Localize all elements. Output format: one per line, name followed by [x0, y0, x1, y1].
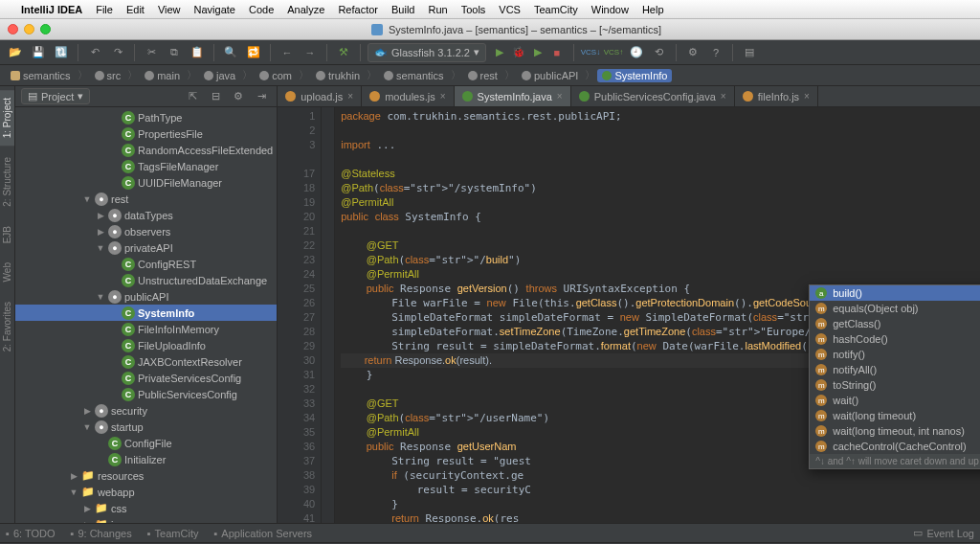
left-tab-web[interactable]: Web — [0, 255, 14, 289]
vcs-revert-button[interactable]: ⟲ — [650, 43, 669, 62]
open-button[interactable]: 📂 — [6, 43, 25, 62]
editor-tab-upload-js[interactable]: upload.js× — [278, 86, 362, 107]
run-button[interactable]: ▶ — [490, 43, 509, 62]
menu-build[interactable]: Build — [391, 4, 414, 15]
coverage-button[interactable]: ▶ — [528, 43, 547, 62]
editor-tab-fileinfo-js[interactable]: fileInfo.js× — [735, 86, 818, 107]
tree-node-security[interactable]: ▶●security — [15, 402, 277, 419]
completion-item-notifyall--[interactable]: mnotifyAll()void — [810, 362, 980, 377]
debug-button[interactable]: 🐞 — [509, 43, 528, 62]
editor-tab-systeminfo-java[interactable]: SystemInfo.java× — [455, 86, 571, 107]
breadcrumb-main[interactable]: main — [140, 69, 185, 82]
collapse-all-button[interactable]: ⊟ — [206, 87, 225, 106]
left-tab-2--favorites[interactable]: 2: Favorites — [0, 294, 14, 359]
menu-appname[interactable]: IntelliJ IDEA — [21, 4, 82, 15]
event-log-tab[interactable]: ▭Event Log — [913, 527, 974, 539]
forward-button[interactable]: → — [301, 43, 320, 62]
tree-node-css[interactable]: ▶css — [15, 500, 277, 516]
breadcrumb-src[interactable]: src — [90, 69, 126, 82]
menu-tools[interactable]: Tools — [461, 4, 486, 15]
tree-node-jaxbcontextresolver[interactable]: CJAXBContextResolver — [15, 353, 277, 370]
help-button[interactable]: ? — [706, 43, 725, 62]
close-tab-icon[interactable]: × — [440, 91, 446, 102]
tree-node-resources[interactable]: ▶resources — [15, 467, 277, 484]
code-completion-popup[interactable]: abuild()Responsemequals(Object obj)boole… — [809, 284, 980, 469]
menu-view[interactable]: View — [158, 4, 181, 15]
tree-node-datatypes[interactable]: ▶●dataTypes — [15, 207, 277, 223]
tree-node-fileuploadinfo[interactable]: CFileUploadInfo — [15, 337, 277, 353]
close-tab-icon[interactable]: × — [557, 91, 563, 102]
breadcrumb-publicapi[interactable]: publicAPI — [517, 69, 583, 82]
tree-node-img[interactable]: ▶img — [15, 516, 277, 523]
vcs-update-button[interactable]: VCS↓ — [581, 43, 600, 62]
left-tab-ejb[interactable]: EJB — [0, 218, 14, 251]
bottom-tab-teamcity[interactable]: ▪TeamCity — [147, 528, 199, 539]
completion-item-wait-long-timeout--int-nanos-[interactable]: mwait(long timeout, int nanos)void — [810, 423, 980, 439]
fold-column[interactable] — [322, 107, 335, 523]
menu-analyze[interactable]: Analyze — [287, 4, 324, 15]
menu-window[interactable]: Window — [591, 4, 629, 15]
menu-refactor[interactable]: Refactor — [338, 4, 378, 15]
tree-node-tagsfilemanager[interactable]: CTagsFileManager — [15, 158, 277, 174]
completion-item-equals-object-obj-[interactable]: mequals(Object obj)boolean — [810, 301, 980, 316]
breadcrumb-com[interactable]: com — [255, 69, 297, 82]
menu-teamcity[interactable]: TeamCity — [534, 4, 578, 15]
copy-button[interactable]: ⧉ — [165, 43, 184, 62]
tree-node-uuidfilemanager[interactable]: CUUIDFileManager — [15, 174, 277, 191]
find-button[interactable]: 🔍 — [221, 43, 240, 62]
menu-vcs[interactable]: VCS — [499, 4, 521, 15]
run-config-selector[interactable]: 🐟 Glassfish 3.1.2.2 ▾ — [368, 43, 486, 62]
redo-button[interactable]: ↷ — [108, 43, 127, 62]
close-tab-icon[interactable]: × — [347, 91, 353, 102]
tree-node-webapp[interactable]: ▼webapp — [15, 484, 277, 500]
menu-run[interactable]: Run — [428, 4, 447, 15]
build-button[interactable]: ⚒ — [334, 43, 353, 62]
close-tab-icon[interactable]: × — [721, 91, 726, 102]
minimize-window-button[interactable] — [24, 24, 34, 34]
left-tab-2--structure[interactable]: 2: Structure — [0, 149, 14, 215]
breadcrumb-semantics[interactable]: semantics — [379, 69, 449, 82]
replace-button[interactable]: 🔁 — [244, 43, 263, 62]
completion-item-notify--[interactable]: mnotify()void — [810, 347, 980, 362]
breadcrumb-trukhin[interactable]: trukhin — [311, 69, 365, 82]
tree-node-publicservicesconfig[interactable]: CPublicServicesConfig — [15, 386, 277, 402]
cut-button[interactable]: ✂ — [142, 43, 161, 62]
zoom-window-button[interactable] — [40, 24, 51, 34]
project-view-selector[interactable]: ▤Project▾ — [21, 88, 90, 104]
left-tab-1--project[interactable]: 1: Project — [0, 90, 14, 146]
menu-file[interactable]: File — [96, 4, 113, 15]
tree-node-configfile[interactable]: CConfigFile — [15, 435, 277, 451]
vcs-commit-button[interactable]: VCS↑ — [604, 43, 623, 62]
vcs-history-button[interactable]: 🕘 — [627, 43, 646, 62]
undo-button[interactable]: ↶ — [85, 43, 104, 62]
editor-tab-publicservicesconfig-java[interactable]: PublicServicesConfig.java× — [571, 86, 735, 107]
tree-node-privateservicesconfig[interactable]: CPrivateServicesConfig — [15, 370, 277, 386]
tree-node-unstructureddataexchange[interactable]: CUnstructuredDataExchange — [15, 272, 277, 288]
settings-icon[interactable]: ⚙ — [229, 87, 248, 106]
scroll-to-source-button[interactable]: ⇱ — [183, 87, 202, 106]
menu-edit[interactable]: Edit — [126, 4, 145, 15]
save-button[interactable]: 💾 — [29, 43, 48, 62]
close-tab-icon[interactable]: × — [804, 91, 810, 102]
tree-node-propertiesfile[interactable]: CPropertiesFile — [15, 125, 277, 142]
menu-navigate[interactable]: Navigate — [194, 4, 235, 15]
tree-node-fileinfoinmemory[interactable]: CFileInfoInMemory — [15, 321, 277, 337]
tree-node-configrest[interactable]: CConfigREST — [15, 256, 277, 272]
tree-node-pathtype[interactable]: CPathType — [15, 109, 277, 125]
tree-node-rest[interactable]: ▼●rest — [15, 191, 277, 207]
completion-item-cachecontrol-cachecontrol-[interactable]: mcacheControl(CacheControl)ResponseBuild… — [810, 439, 980, 454]
back-button[interactable]: ← — [278, 43, 297, 62]
project-tree[interactable]: CPathTypeCPropertiesFileCRandomAccessFil… — [15, 107, 277, 523]
tree-node-publicapi[interactable]: ▼●publicAPI — [15, 288, 277, 305]
completion-item-build--[interactable]: abuild()Response — [810, 285, 980, 301]
completion-item-wait--[interactable]: mwait()void — [810, 393, 980, 408]
tree-node-privateapi[interactable]: ▼●privateAPI — [15, 239, 277, 256]
breadcrumb-systeminfo[interactable]: SystemInfo — [597, 69, 672, 82]
tree-node-observers[interactable]: ▶●observers — [15, 223, 277, 239]
stop-button[interactable]: ■ — [547, 43, 567, 62]
breadcrumb-rest[interactable]: rest — [463, 69, 502, 82]
structure-button[interactable]: ▤ — [740, 43, 759, 62]
menu-code[interactable]: Code — [249, 4, 274, 15]
tree-node-initializer[interactable]: CInitializer — [15, 451, 277, 467]
hide-panel-button[interactable]: ⇥ — [252, 87, 271, 106]
